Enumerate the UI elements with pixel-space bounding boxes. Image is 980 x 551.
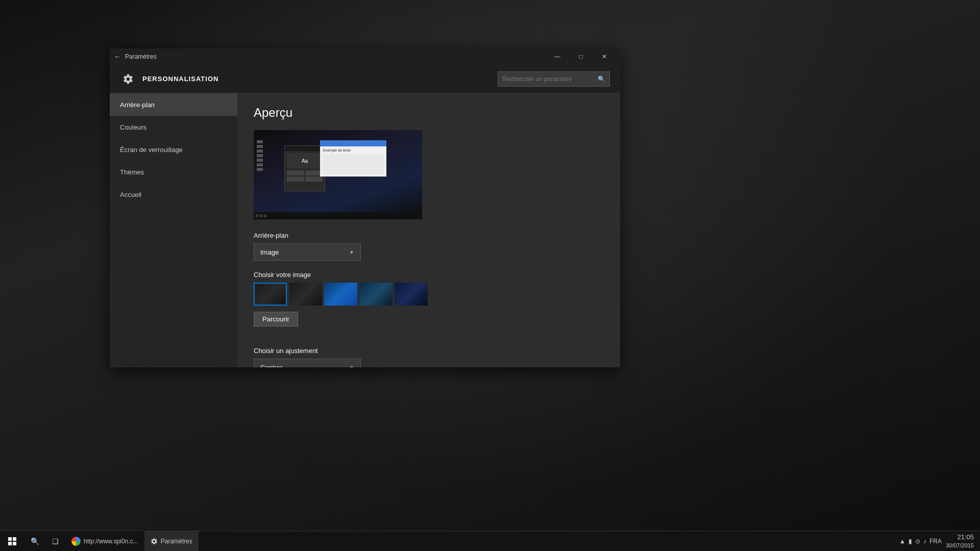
adjustment-chevron-down-icon: ▼ — [349, 365, 354, 368]
thumbnail-3[interactable] — [324, 283, 357, 306]
preview-app-window: Aa — [284, 145, 325, 191]
choose-image-form-group: Choisir votre image Parcourir — [254, 271, 604, 337]
thumbnail-4[interactable] — [359, 283, 393, 306]
thumbnail-2[interactable] — [289, 283, 322, 306]
taskbar-search-button[interactable]: 🔍 — [24, 531, 45, 551]
background-form-group: Arrière-plan Image ▼ — [254, 232, 604, 261]
thumbnail-5[interactable] — [395, 283, 428, 306]
preview-taskbar-item-1 — [256, 214, 259, 217]
title-bar-controls: — □ ✕ — [546, 48, 616, 65]
preview-taskbar-item-3 — [264, 214, 267, 217]
sidebar-item-home-label: Accueil — [120, 191, 141, 198]
taskbar-settings-button[interactable]: Paramètres — [144, 531, 199, 551]
taskbar-start-button[interactable] — [0, 531, 24, 551]
taskbar: 🔍 ❑ http://www.spi0n.c... Paramètres ▲ ▮… — [0, 531, 980, 551]
close-button[interactable]: ✕ — [593, 48, 616, 65]
settings-header: PERSONNALISATION 🔍 — [110, 65, 620, 93]
chrome-icon — [71, 537, 81, 546]
taskbar-chevron-up-icon[interactable]: ▲ — [899, 538, 905, 545]
preview-side-icon-4 — [257, 154, 263, 157]
search-icon: 🔍 — [594, 76, 609, 83]
settings-body: Arrière-plan Couleurs Écran de verrouill… — [110, 93, 620, 367]
svg-rect-0 — [8, 537, 12, 541]
taskbar-date-value: 30/07/2015 — [946, 542, 974, 549]
main-content: Aperçu Aa — [237, 93, 620, 367]
preview-cell-3 — [287, 177, 304, 182]
preview-cell-1 — [287, 170, 304, 176]
sidebar-item-lockscreen-label: Écran de verrouillage — [120, 146, 183, 154]
preview-side-icon-6 — [257, 163, 263, 166]
taskbar-left: 🔍 ❑ http://www.spi0n.c... Paramètres — [0, 531, 199, 551]
settings-window: ← Paramètres — □ ✕ PERSONNALISATION 🔍 Ar… — [110, 48, 620, 367]
title-bar-back-button[interactable]: ← — [114, 53, 121, 61]
settings-page-title: PERSONNALISATION — [142, 75, 498, 83]
preview-cell-4 — [305, 177, 323, 182]
sidebar-item-themes-label: Thèmes — [120, 168, 144, 176]
sidebar-item-colors-label: Couleurs — [120, 123, 146, 131]
background-dropdown[interactable]: Image ▼ — [254, 243, 361, 261]
preview-side-icon-2 — [257, 145, 263, 148]
background-label: Arrière-plan — [254, 232, 604, 239]
choose-image-label: Choisir votre image — [254, 271, 604, 279]
settings-search-input[interactable] — [498, 76, 594, 83]
preview-window-titlebar — [285, 146, 325, 151]
minimize-button[interactable]: — — [546, 48, 569, 65]
adjustment-dropdown[interactable]: Centrer ▼ — [254, 359, 361, 367]
taskbar-volume-icon[interactable]: ♪ — [923, 538, 926, 545]
taskbar-task-view-button[interactable]: ❑ — [45, 531, 65, 551]
background-dropdown-value: Image — [260, 248, 279, 256]
preview-taskbar-item-2 — [260, 214, 263, 217]
thumbnail-1[interactable] — [254, 283, 287, 306]
sidebar-item-background[interactable]: Arrière-plan — [110, 93, 237, 116]
settings-search-box[interactable]: 🔍 — [498, 71, 610, 87]
section-title: Aperçu — [254, 106, 604, 120]
maximize-button[interactable]: □ — [569, 48, 593, 65]
adjustment-dropdown-value: Centrer — [260, 364, 282, 368]
preview-container: Aa Exemple de texte — [254, 130, 422, 219]
preview-side-icons — [257, 140, 263, 171]
thumbnails-grid — [254, 283, 604, 306]
taskbar-chrome-button[interactable]: http://www.spi0n.c... — [65, 531, 144, 551]
sidebar-item-colors[interactable]: Couleurs — [110, 116, 237, 138]
preview-dialog-body — [322, 154, 384, 174]
preview-dialog-text: Exemple de texte — [320, 146, 386, 154]
taskbar-system-icons: ▲ ▮ ⊙ ♪ FRA — [899, 538, 942, 545]
taskbar-language: FRA — [929, 538, 942, 545]
preview-side-icon-1 — [257, 140, 263, 143]
taskbar-settings-label: Paramètres — [161, 538, 192, 545]
taskbar-right: ▲ ▮ ⊙ ♪ FRA 21:05 30/07/2015 — [899, 533, 980, 549]
sidebar-item-home[interactable]: Accueil — [110, 183, 237, 206]
adjustment-form-group: Choisir un ajustement Centrer ▼ — [254, 347, 604, 367]
preview-dialog: Exemple de texte — [320, 140, 386, 177]
preview-side-icon-7 — [257, 168, 263, 171]
title-bar: ← Paramètres — □ ✕ — [110, 48, 620, 65]
taskbar-time-value: 21:05 — [946, 533, 974, 542]
sidebar-item-lockscreen[interactable]: Écran de verrouillage — [110, 138, 237, 161]
title-bar-title: Paramètres — [125, 53, 546, 60]
preview-window-aa: Aa — [287, 153, 323, 168]
svg-rect-2 — [8, 542, 12, 545]
preview-dialog-titlebar — [320, 140, 386, 146]
settings-gear-icon — [120, 71, 136, 87]
sidebar-item-themes[interactable]: Thèmes — [110, 161, 237, 183]
browse-button[interactable]: Parcourir — [254, 312, 298, 327]
chevron-down-icon: ▼ — [349, 249, 354, 255]
preview-side-icon-3 — [257, 149, 263, 153]
svg-rect-1 — [13, 537, 16, 541]
preview-taskbar — [254, 212, 422, 219]
sidebar-item-background-label: Arrière-plan — [120, 101, 155, 109]
taskbar-clock[interactable]: 21:05 30/07/2015 — [946, 533, 974, 549]
preview-side-icon-5 — [257, 159, 263, 162]
preview-window-grid — [287, 170, 323, 182]
adjustment-label: Choisir un ajustement — [254, 347, 604, 355]
taskbar-battery-icon: ▮ — [909, 538, 912, 545]
taskbar-network-icon: ⊙ — [915, 538, 920, 545]
taskbar-chrome-url: http://www.spi0n.c... — [84, 538, 138, 545]
svg-rect-3 — [13, 542, 16, 545]
sidebar: Arrière-plan Couleurs Écran de verrouill… — [110, 93, 237, 367]
